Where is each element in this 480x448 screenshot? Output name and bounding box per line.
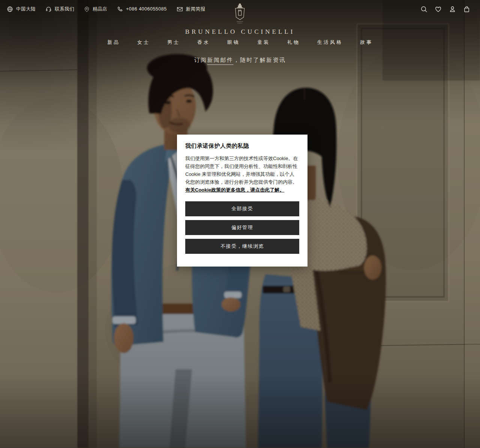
cookie-buttons: 全部接受 偏好管理 不接受，继续浏览 [185,201,299,254]
account-icon [449,8,456,14]
search-button[interactable] [420,5,428,13]
topbar-item-label: 中国大陆 [16,6,36,12]
nav-item-kids[interactable]: 童装 [256,37,271,48]
wishlist-button[interactable] [434,5,442,13]
cart-button[interactable] [462,5,471,13]
cookie-body-text: 我们使用第一方和第三方的技术性或等效Cookie。在征得您的同意下，我们使用分析… [185,156,298,185]
heart-icon [435,8,442,14]
nav-item-eyewear[interactable]: 眼镜 [226,37,241,48]
support-icon [45,6,52,12]
topbar-item-phone[interactable]: +086 4006055085 [117,6,167,12]
nav-item-lifestyle[interactable]: 生活风格 [316,37,344,48]
account-button[interactable] [448,5,457,13]
store-locator-pin-icon [84,6,90,12]
cookie-description: 我们使用第一方和第三方的技术性或等效Cookie。在征得您的同意下，我们使用分析… [185,154,299,194]
topbar-item-label: +086 4006055085 [126,6,167,12]
manage-preferences-button[interactable]: 偏好管理 [185,220,299,235]
nav-item-stories[interactable]: 故事 [359,37,374,48]
phone-icon [117,6,123,12]
nav-item-men[interactable]: 男士 [166,37,181,48]
cookie-consent-dialog: 我们承诺保护人类的私隐 我们使用第一方和第三方的技术性或等效Cookie。在征得… [177,135,308,267]
nav-item-women[interactable]: 女士 [136,37,151,48]
accept-all-button[interactable]: 全部接受 [185,201,299,216]
reject-continue-button[interactable]: 不接受，继续浏览 [185,239,299,254]
page: 中国大陆 联系我们 [0,0,480,448]
shopping-bag-icon [463,8,470,14]
topbar-item-label: 新闻简报 [186,6,206,12]
cookie-title: 我们承诺保护人类的私隐 [185,142,299,150]
nav-item-gifts[interactable]: 礼物 [286,37,301,48]
topbar-item-contact[interactable]: 联系我们 [45,6,74,12]
topbar-item-region[interactable]: 中国大陆 [7,6,36,12]
topbar-item-label: 精品店 [93,6,107,12]
nav-item-new[interactable]: 新品 [106,37,121,48]
globe-icon [7,6,13,12]
topbar-item-boutiques[interactable]: 精品店 [84,6,107,12]
search-icon [420,8,428,14]
topbar-item-newsletter[interactable]: 新闻简报 [177,6,206,12]
cookie-policy-link[interactable]: 有关Cookie政策的更多信息，请点击此了解。 [185,187,284,193]
nav-item-fragrance[interactable]: 香水 [196,37,211,48]
topbar-item-label: 联系我们 [55,6,74,12]
newsletter-envelope-icon [177,6,183,12]
